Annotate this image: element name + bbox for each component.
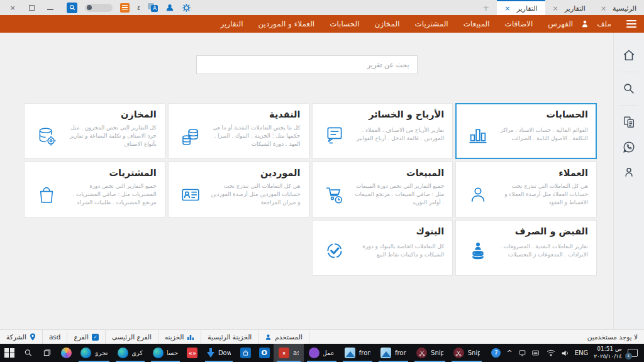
toggle-switch[interactable] <box>85 4 113 12</box>
documents-icon[interactable] <box>614 109 644 134</box>
tab-home[interactable]: الرئيسية × <box>593 0 644 15</box>
list-icon[interactable] <box>120 3 130 13</box>
task-view-button[interactable] <box>38 344 57 362</box>
start-button[interactable] <box>0 344 19 362</box>
status-bar: الشركة asd ✓ الفرع الفرع الرئيسي الخزينه… <box>0 329 644 344</box>
menu-index[interactable]: الفهرس <box>548 19 573 28</box>
store-button[interactable] <box>236 344 255 362</box>
card-title: المبيعات <box>321 168 445 178</box>
language-icon[interactable]: A <box>148 3 158 12</box>
copilot-icon <box>61 348 72 358</box>
clock[interactable]: 01:51 ص ٢٠٢٥/١٠/١٤ <box>594 346 622 360</box>
store-icon <box>240 348 251 358</box>
snip-window-2[interactable]: Snip... <box>448 344 486 362</box>
user-status[interactable]: المستخدم <box>258 330 309 344</box>
profile-icon[interactable] <box>614 160 644 185</box>
device-icon[interactable] <box>518 349 526 357</box>
purple-app-window[interactable]: عمل... <box>304 344 340 362</box>
search-icon[interactable] <box>614 76 644 101</box>
card-sales[interactable]: المبيعات جميع التقارير التي تخص دورة الم… <box>312 162 453 217</box>
treasury-value[interactable]: الخزينة الرئيسية <box>201 330 258 344</box>
close-tab-icon[interactable]: × <box>504 4 510 13</box>
menu-clients-suppliers[interactable]: العملاء و الموردين <box>258 19 314 28</box>
card-clients[interactable]: العملاء هي كل التعاملات التي تندرج تحت ح… <box>455 162 597 217</box>
asd-app-window[interactable]: x asd <box>274 344 304 362</box>
card-warehouses[interactable]: المخازن كل التقارير التي تخص المخزون . م… <box>24 103 165 159</box>
card-cash[interactable]: النقدية كل ما يخص التعاملات النقدية أو م… <box>168 103 309 159</box>
photos-window-2[interactable]: fron... <box>375 344 411 362</box>
gear-icon[interactable] <box>182 3 191 13</box>
photos-window-1[interactable]: fron... <box>340 344 375 362</box>
card-banks[interactable]: البنوك كل التعاملات الخاصة بالبنوك و دور… <box>312 220 453 276</box>
menu-accounts[interactable]: الحسابات <box>330 19 359 28</box>
wifi-icon[interactable] <box>547 349 555 356</box>
edge-window-1[interactable]: تجري... <box>75 344 113 362</box>
card-description: تقارير التعاملات النقدية . المصروفات . ا… <box>492 243 588 259</box>
menu-reports[interactable]: التقارير <box>220 19 243 28</box>
tab-reports-1[interactable]: التقارير × <box>545 0 593 15</box>
menu-purchases[interactable]: المشتريات <box>414 19 448 28</box>
purple-app-icon <box>309 348 319 358</box>
new-tab-button[interactable]: + <box>475 0 497 15</box>
search-icon <box>24 348 33 358</box>
card-accounts[interactable]: الحسابات القوائم المالية . حساب الاستاذ … <box>455 103 597 159</box>
window-controls: × <box>0 0 63 15</box>
card-title: الموردين <box>177 168 301 178</box>
tab-bar: الرئيسية × التقارير × التقارير × + <box>475 0 644 15</box>
edge-window-3[interactable]: حسا... <box>148 344 183 362</box>
red-app-button[interactable]: «» <box>183 344 202 362</box>
close-window-icon[interactable]: × <box>9 4 16 11</box>
branch-value[interactable]: الفرع الرئيسي <box>105 330 158 344</box>
hamburger-menu-icon[interactable] <box>626 20 636 28</box>
treasury-status[interactable]: الخزينه <box>158 330 201 344</box>
card-purchases[interactable]: المشتريات جميع التقارير التي تخص دورة ال… <box>24 162 165 217</box>
restore-window-icon[interactable] <box>29 5 35 11</box>
company-value[interactable]: asd <box>42 330 67 344</box>
card-description: القوائم المالية . حساب الاستاذ . مراكز ا… <box>492 126 588 143</box>
outlook-button[interactable]: O <box>255 344 274 362</box>
card-title: الأرباح و الخسائر <box>321 109 445 119</box>
window-title: عمل... <box>323 349 335 356</box>
taskbar-search-button[interactable] <box>19 344 38 362</box>
edge-window-2[interactable]: كري... <box>113 344 148 362</box>
language-indicator[interactable]: ENG <box>575 349 589 356</box>
card-description: جميع التقارير التي تخص دورة المبيعات مثل… <box>348 182 445 207</box>
card-receipt-payment[interactable]: القبض و الصرف تقارير التعاملات النقدية .… <box>455 220 597 276</box>
card-profit-loss[interactable]: الأرباح و الخسائر تقارير الأرباح من الاص… <box>312 103 453 159</box>
windows-taskbar: تجري... كري... حسا... «» Dow... O x asd … <box>0 344 644 362</box>
report-search-input[interactable] <box>196 55 418 74</box>
tab-reports-2-active[interactable]: التقارير × <box>497 0 545 15</box>
volume-icon[interactable] <box>561 349 569 357</box>
scissors-icon <box>453 348 464 358</box>
search-icon[interactable] <box>67 3 77 13</box>
help-icon[interactable]: ? <box>491 348 501 358</box>
user-icon <box>265 334 272 341</box>
location-pin-icon <box>30 333 36 341</box>
menu-addons[interactable]: الاضافات <box>505 19 533 28</box>
close-tab-icon[interactable]: × <box>601 4 606 13</box>
copilot-button[interactable] <box>57 344 75 362</box>
menu-warehouses[interactable]: المخازن <box>375 19 400 28</box>
keyboard-icon[interactable] <box>532 349 541 356</box>
home-icon[interactable] <box>614 43 644 68</box>
whatsapp-icon[interactable] <box>614 134 644 160</box>
minimize-window-icon[interactable] <box>47 9 53 10</box>
mini-bars-icon <box>187 334 194 341</box>
menu-sales[interactable]: المبيعات <box>464 19 490 28</box>
company-status[interactable]: الشركة <box>0 330 42 344</box>
asd-app-icon: x <box>279 348 289 358</box>
snip-window-1[interactable]: Snip... <box>411 344 448 362</box>
close-tab-icon[interactable]: × <box>553 4 558 13</box>
user-icon[interactable] <box>165 3 174 12</box>
card-suppliers[interactable]: الموردين هي كل التعاملات التي تندرج تحت … <box>168 162 309 217</box>
notification-badge: ٤ <box>625 353 632 359</box>
downloads-window[interactable]: Dow... <box>202 344 236 362</box>
person-icon <box>464 185 492 205</box>
chevron-up-icon[interactable]: ^ <box>506 349 512 357</box>
card-title: العملاء <box>464 168 588 178</box>
card-title: النقدية <box>177 109 301 119</box>
notification-center-icon[interactable]: ٤ <box>628 349 638 357</box>
branch-status[interactable]: ✓ الفرع <box>67 330 105 344</box>
task-view-icon <box>43 348 52 358</box>
menu-file[interactable]: ملف <box>597 19 611 28</box>
